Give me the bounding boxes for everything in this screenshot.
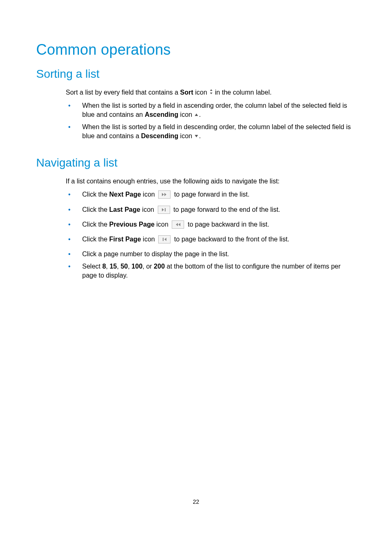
previous-page-icon [172,220,184,229]
text: icon [193,89,209,96]
last-page-icon [158,206,170,214]
text: Select [82,263,102,270]
next-page-icon [158,190,171,199]
sort-icon [209,89,213,96]
first-page-icon [158,235,171,243]
list-item: When the list is sorted by a field in as… [66,101,356,119]
text: . [199,132,201,139]
text: Sort a list by every field that contains… [66,89,180,96]
sorting-bullet-list: When the list is sorted by a field in as… [66,101,356,141]
ascending-icon [194,112,199,118]
text: , or [143,263,154,270]
list-item: Click the First Page icon to page backwa… [66,235,356,244]
text: icon [178,132,194,139]
document-page: Common operations Sorting a list Sort a … [0,0,392,533]
svg-rect-0 [165,208,166,211]
list-item: Select 8, 15, 50, 100, or 200 at the bot… [66,262,356,280]
page-title: Common operations [36,41,356,58]
text: When the list is sorted by a field in as… [82,102,347,118]
bold-last-page: Last Page [109,206,141,213]
bold-previous-page: Previous Page [109,221,154,228]
svg-rect-1 [163,238,164,241]
navigating-bullet-list: Click the Next Page icon to page forward… [66,190,356,280]
text: icon [178,111,194,118]
text: icon [154,221,170,228]
list-item: Click a page number to display the page … [66,250,356,259]
section-heading-navigating: Navigating a list [36,156,356,169]
page-size-15: 15 [110,263,117,270]
page-size-50: 50 [120,263,128,270]
list-item: Click the Next Page icon to page forward… [66,190,356,199]
descending-icon [194,133,199,139]
bold-sort: Sort [180,89,193,96]
text: in the column label. [213,89,272,96]
text: , [128,263,131,270]
text: to page forward to the end of the list. [172,206,280,213]
navigating-intro: If a list contains enough entries, use t… [66,177,356,186]
text: Click the [82,221,109,228]
sorting-intro: Sort a list by every field that contains… [66,88,356,97]
text: to page forward in the list. [172,191,249,198]
text: Click the [82,191,109,198]
text: icon [140,206,156,213]
text: Click the [82,236,109,243]
text: Click the [82,206,109,213]
section-body-navigating: If a list contains enough entries, use t… [66,177,356,280]
text: icon [141,236,157,243]
page-size-100: 100 [131,263,143,270]
page-number: 22 [0,498,392,505]
text: to page backward to the front of the lis… [172,236,289,243]
bold-first-page: First Page [109,236,141,243]
text: to page backward in the list. [186,221,269,228]
list-item: Click the Previous Page icon to page bac… [66,220,356,229]
list-item: Click the Last Page icon to page forward… [66,205,356,214]
bold-descending: Descending [141,132,178,139]
section-heading-sorting: Sorting a list [36,67,356,81]
text: , [106,263,110,270]
text: When the list is sorted by a field in de… [82,123,351,139]
list-item: When the list is sorted by a field in de… [66,123,356,141]
section-body-sorting: Sort a list by every field that contains… [66,88,356,141]
text: icon [141,191,157,198]
page-size-200: 200 [154,263,165,270]
text: Click a page number to display the page … [82,250,229,257]
bold-next-page: Next Page [109,191,141,198]
page-size-8: 8 [102,263,106,270]
bold-ascending: Ascending [145,111,178,118]
text: . [199,111,201,118]
